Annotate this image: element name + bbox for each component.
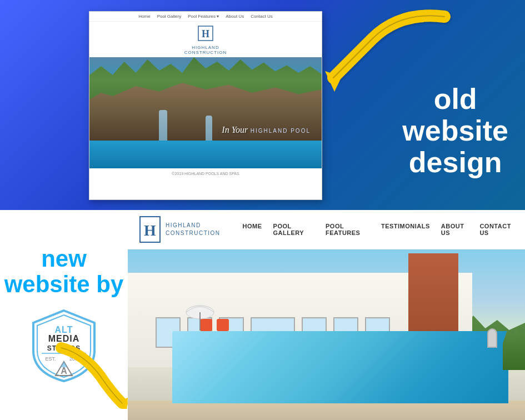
scene-pool-deck (128, 401, 525, 420)
nav-about-us[interactable]: ABOUT US (441, 223, 469, 236)
old-label-line1: old (402, 83, 508, 115)
new-site-header: H HIGHLAND CONSTRUCTION HOME POOL GALLER… (128, 210, 525, 249)
old-nav-gallery: Pool Gallery (157, 14, 182, 19)
old-nav-about: About Us (226, 14, 244, 19)
new-h-icon: H (139, 216, 161, 243)
old-site-nav: Home Pool Gallery Pool Features ▾ About … (89, 12, 322, 22)
old-label-line3: design (402, 147, 508, 178)
svg-text:H: H (202, 28, 209, 39)
nav-pool-features[interactable]: POOL FEATURES (326, 223, 370, 236)
old-nav-contact: Contact Us (251, 14, 273, 19)
new-company-name: HIGHLAND CONSTRUCTION (166, 222, 221, 237)
new-label-area: new website by ALT MEDIA STUDIOS EST. 20… (0, 210, 128, 420)
old-company-name: HIGHLANDCONSTRUCTION (89, 45, 322, 55)
old-arrow-area: old website design (322, 0, 525, 210)
new-site-nav: HOME POOL GALLERY POOL FEATURES TESTIMON… (243, 223, 514, 236)
scene-chimney (408, 253, 458, 331)
old-hero-pool (89, 141, 322, 168)
svg-text:H: H (144, 222, 156, 239)
old-site-hero: In Your HIGHLAND POOL (89, 57, 322, 168)
new-label-line2: website by (4, 271, 124, 297)
old-waterfall-2 (206, 116, 212, 143)
curved-arrow (300, 6, 456, 94)
scene-pool-ladder (487, 328, 497, 348)
new-curved-arrow (50, 342, 139, 409)
bottom-section: new website by ALT MEDIA STUDIOS EST. 20… (0, 210, 525, 420)
umbrella-svg (183, 298, 217, 332)
new-text: new website by (4, 246, 124, 297)
old-nav-home: Home (138, 14, 150, 19)
new-h-svg: H (139, 216, 161, 243)
old-tagline-main: HIGHLAND POOL (251, 128, 311, 134)
nav-pool-gallery[interactable]: POOL GALLERY (273, 223, 314, 236)
old-label: old website design (402, 83, 508, 179)
old-site-logo: H HIGHLANDCONSTRUCTION (89, 22, 322, 57)
new-company-line2: CONSTRUCTION (166, 230, 221, 236)
new-website-preview: H HIGHLAND CONSTRUCTION HOME POOL GALLER… (128, 210, 525, 420)
old-tagline-italic: In Your (222, 125, 248, 134)
nav-contact-us[interactable]: CONTACT US (479, 223, 514, 236)
old-site-footer: ©2019 HIGHLAND POOLS AND SPAS (89, 168, 322, 179)
scene-pool (172, 331, 508, 403)
old-waterfall-1 (159, 110, 167, 143)
scene-umbrella (183, 298, 217, 334)
new-label-line1: new (41, 246, 87, 272)
nav-home[interactable]: HOME (243, 223, 262, 236)
new-company-line1: HIGHLAND (166, 222, 201, 228)
new-site-hero-image (128, 249, 525, 420)
new-site-logo: H HIGHLAND CONSTRUCTION (139, 216, 221, 243)
old-label-line2: website (402, 115, 508, 147)
old-hero-text: In Your HIGHLAND POOL (222, 125, 311, 135)
old-h-icon: H (197, 25, 214, 42)
top-section: Home Pool Gallery Pool Features ▾ About … (0, 0, 525, 210)
svg-text:ALT: ALT (55, 325, 73, 334)
old-website-preview: Home Pool Gallery Pool Features ▾ About … (89, 11, 322, 200)
old-nav-features: Pool Features ▾ (188, 14, 219, 19)
nav-testimonials[interactable]: TESTIMONIALS (381, 223, 430, 236)
